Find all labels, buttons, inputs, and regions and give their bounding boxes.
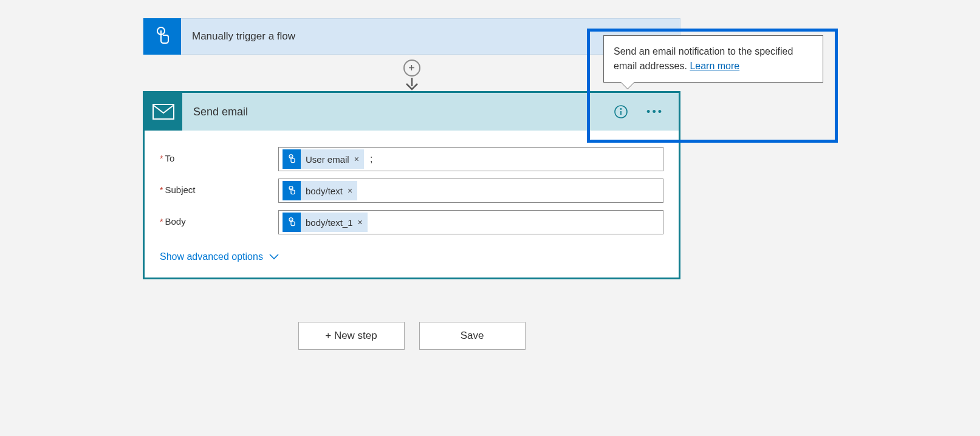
chevron-down-icon	[269, 254, 279, 260]
action-header[interactable]: Send email •••	[145, 93, 679, 131]
touch-icon	[283, 213, 301, 232]
action-title: Send email	[182, 106, 614, 118]
connector: +	[143, 55, 680, 91]
token-body-text-1[interactable]: body/text_1 ×	[283, 213, 368, 232]
add-step-button[interactable]: +	[403, 60, 420, 77]
action-card: Send email ••• *To	[143, 91, 680, 279]
new-step-button[interactable]: + New step	[298, 322, 405, 350]
info-tooltip: Send an email notification to the specif…	[603, 35, 823, 83]
arrow-down-icon	[403, 78, 420, 91]
learn-more-link[interactable]: Learn more	[690, 61, 739, 71]
bottom-bar: + New step Save	[143, 322, 680, 350]
field-label-subject: *Subject	[160, 179, 278, 195]
field-row-body: *Body body/text_1 ×	[160, 210, 663, 234]
to-input[interactable]: User email × ;	[278, 147, 663, 171]
field-label-to: *To	[160, 147, 278, 163]
show-advanced-options-link[interactable]: Show advanced options	[160, 251, 279, 262]
token-label: body/text_1	[306, 217, 353, 228]
action-body: *To User email × ; *Subject	[145, 131, 679, 278]
svg-rect-2	[153, 104, 174, 119]
token-user-email[interactable]: User email ×	[283, 149, 364, 169]
token-remove-icon[interactable]: ×	[348, 186, 352, 196]
token-body-text[interactable]: body/text ×	[283, 181, 357, 200]
trigger-title: Manually trigger a flow	[181, 30, 295, 43]
more-icon[interactable]: •••	[646, 106, 663, 118]
mail-icon	[145, 93, 182, 131]
tooltip-arrow-icon	[621, 82, 634, 89]
token-remove-icon[interactable]: ×	[354, 154, 359, 164]
touch-icon	[283, 149, 301, 169]
subject-input[interactable]: body/text ×	[278, 179, 663, 203]
token-label: body/text	[306, 186, 343, 196]
token-remove-icon[interactable]: ×	[358, 217, 363, 227]
field-row-to: *To User email × ;	[160, 147, 663, 171]
field-row-subject: *Subject body/text ×	[160, 179, 663, 203]
field-label-body: *Body	[160, 210, 278, 227]
save-button[interactable]: Save	[419, 322, 526, 350]
token-label: User email	[306, 154, 349, 165]
touch-icon	[283, 181, 301, 200]
info-icon[interactable]	[614, 104, 628, 119]
body-input[interactable]: body/text_1 ×	[278, 210, 663, 234]
svg-point-4	[620, 108, 622, 110]
to-trailing-text: ;	[368, 154, 372, 165]
touch-icon	[143, 18, 181, 55]
trigger-card[interactable]: Manually trigger a flow	[143, 18, 680, 55]
